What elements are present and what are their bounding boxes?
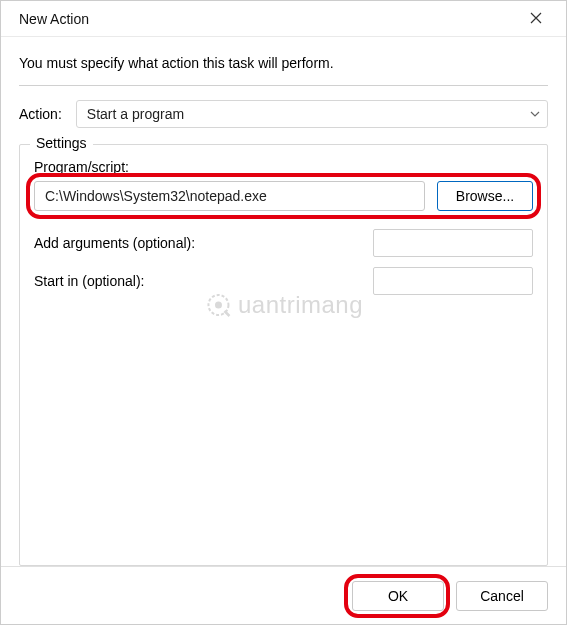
startin-label: Start in (optional): [34, 273, 145, 289]
action-row: Action: Start a program [19, 100, 548, 128]
close-button[interactable] [516, 4, 556, 34]
ok-wrap: OK [352, 581, 444, 611]
titlebar: New Action [1, 1, 566, 37]
settings-legend: Settings [30, 135, 93, 151]
arguments-label: Add arguments (optional): [34, 235, 195, 251]
program-script-input[interactable] [34, 181, 425, 211]
action-select[interactable]: Start a program [76, 100, 548, 128]
dialog-footer: OK Cancel [1, 566, 566, 624]
close-icon [530, 10, 542, 27]
action-select-wrap: Start a program [76, 100, 548, 128]
ok-button[interactable]: OK [352, 581, 444, 611]
instruction-text: You must specify what action this task w… [19, 55, 548, 71]
program-script-label: Program/script: [34, 159, 533, 175]
arguments-row: Add arguments (optional): [34, 229, 533, 257]
startin-row: Start in (optional): [34, 267, 533, 295]
startin-input[interactable] [373, 267, 533, 295]
arguments-input[interactable] [373, 229, 533, 257]
action-label: Action: [19, 106, 62, 122]
settings-fieldset: Settings Program/script: Browse... Add a… [19, 144, 548, 566]
divider [19, 85, 548, 86]
browse-button[interactable]: Browse... [437, 181, 533, 211]
action-selected-value: Start a program [87, 106, 184, 122]
program-row: Browse... [34, 181, 533, 211]
window-title: New Action [19, 11, 89, 27]
cancel-button[interactable]: Cancel [456, 581, 548, 611]
new-action-dialog: New Action You must specify what action … [0, 0, 567, 625]
dialog-content: You must specify what action this task w… [1, 37, 566, 566]
